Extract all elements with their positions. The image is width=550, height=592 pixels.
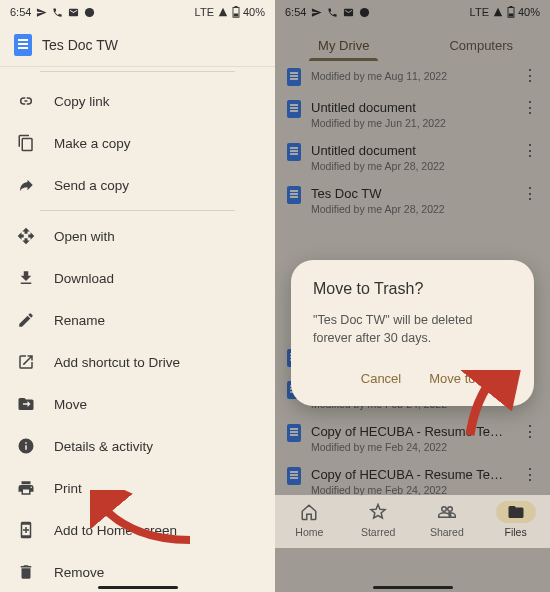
copy-icon xyxy=(16,133,36,153)
send-icon xyxy=(35,6,47,18)
confirm-button[interactable]: Move to trash xyxy=(425,365,512,392)
menu-label: Rename xyxy=(54,313,105,328)
status-time: 6:54 xyxy=(10,6,31,18)
nav-label: Starred xyxy=(361,526,395,538)
screen-left: 6:54 LTE 40% Tes Doc TW Copy link Make a… xyxy=(0,0,275,592)
dialog-move-trash: Move to Trash? "Tes Doc TW" will be dele… xyxy=(291,260,534,406)
download-icon xyxy=(16,268,36,288)
menu-add-shortcut[interactable]: Add shortcut to Drive xyxy=(0,341,275,383)
sheet-header: Tes Doc TW xyxy=(0,24,275,67)
menu-label: Move xyxy=(54,397,87,412)
menu-label: Open with xyxy=(54,229,115,244)
sheet-title: Tes Doc TW xyxy=(42,37,118,53)
nav-handle[interactable] xyxy=(98,586,178,589)
menu-label: Add to Home screen xyxy=(54,523,177,538)
svg-point-0 xyxy=(85,7,94,16)
battery-label: 40% xyxy=(243,6,265,18)
menu-add-home[interactable]: Add to Home screen xyxy=(0,509,275,551)
menu-details[interactable]: Details & activity xyxy=(0,425,275,467)
menu-label: Copy link xyxy=(54,94,110,109)
menu-print[interactable]: Print xyxy=(0,467,275,509)
menu-label: Make a copy xyxy=(54,136,131,151)
nav-starred[interactable]: Starred xyxy=(344,501,413,538)
menu-copy-link[interactable]: Copy link xyxy=(0,80,275,122)
dialog-title: Move to Trash? xyxy=(313,280,512,298)
status-bar: 6:54 LTE 40% xyxy=(0,0,275,24)
mail-icon xyxy=(67,6,79,18)
dialog-message: "Tes Doc TW" will be deleted forever aft… xyxy=(313,312,512,347)
menu-label: Print xyxy=(54,481,82,496)
print-icon xyxy=(16,478,36,498)
nav-files[interactable]: Files xyxy=(481,501,550,538)
menu-list: Copy link Make a copy Send a copy Open w… xyxy=(0,76,275,592)
menu-open-with[interactable]: Open with xyxy=(0,215,275,257)
star-icon xyxy=(358,501,398,523)
menu-rename[interactable]: Rename xyxy=(0,299,275,341)
svg-rect-2 xyxy=(234,6,237,8)
people-icon xyxy=(427,501,467,523)
divider xyxy=(40,71,235,72)
menu-label: Add shortcut to Drive xyxy=(54,355,180,370)
folder-icon xyxy=(496,501,536,523)
nav-shared[interactable]: Shared xyxy=(413,501,482,538)
menu-label: Remove xyxy=(54,565,104,580)
svg-rect-3 xyxy=(234,14,239,17)
doc-icon xyxy=(14,34,32,56)
screen-right: 6:54 LTE 40% My Drive Computers Modified… xyxy=(275,0,550,592)
menu-label: Details & activity xyxy=(54,439,153,454)
nav-home[interactable]: Home xyxy=(275,501,344,538)
spotify-icon xyxy=(83,6,95,18)
trash-icon xyxy=(16,562,36,582)
nav-label: Home xyxy=(295,526,323,538)
open-with-icon xyxy=(16,226,36,246)
share-arrow-icon xyxy=(16,175,36,195)
menu-label: Send a copy xyxy=(54,178,129,193)
info-icon xyxy=(16,436,36,456)
pencil-icon xyxy=(16,310,36,330)
home-icon xyxy=(289,501,329,523)
bottom-nav: Home Starred Shared Files xyxy=(275,495,550,548)
add-home-icon xyxy=(16,520,36,540)
network-label: LTE xyxy=(195,6,214,18)
menu-download[interactable]: Download xyxy=(0,257,275,299)
menu-make-copy[interactable]: Make a copy xyxy=(0,122,275,164)
battery-icon xyxy=(232,6,240,18)
menu-label: Download xyxy=(54,271,114,286)
nav-label: Files xyxy=(505,526,527,538)
phone-icon xyxy=(51,6,63,18)
menu-send-copy[interactable]: Send a copy xyxy=(0,164,275,206)
nav-handle[interactable] xyxy=(373,586,453,589)
shortcut-icon xyxy=(16,352,36,372)
link-icon xyxy=(16,91,36,111)
nav-label: Shared xyxy=(430,526,464,538)
cancel-button[interactable]: Cancel xyxy=(357,365,405,392)
divider xyxy=(40,210,235,211)
move-icon xyxy=(16,394,36,414)
signal-icon xyxy=(217,7,229,17)
menu-move[interactable]: Move xyxy=(0,383,275,425)
